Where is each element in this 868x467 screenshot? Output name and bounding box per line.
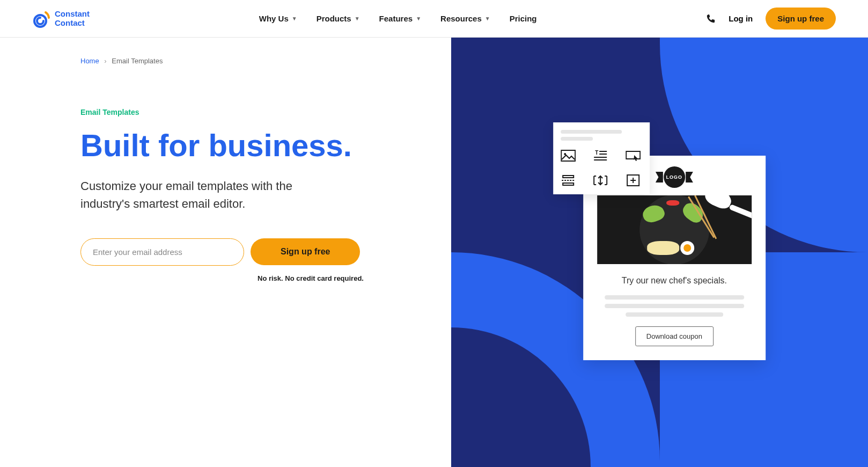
chevron-down-icon: ▼ <box>416 16 421 21</box>
hero-section: Home › Email Templates Email Templates B… <box>0 38 451 467</box>
nav-features[interactable]: Features▼ <box>379 14 421 23</box>
hero-graphic: LOGO Try our new chef's sp <box>451 38 868 467</box>
primary-nav: Why Us▼ Products▼ Features▼ Resources▼ P… <box>259 14 537 23</box>
chevron-down-icon: ▼ <box>355 16 360 21</box>
nav-products[interactable]: Products▼ <box>317 14 360 23</box>
hero-eyebrow: Email Templates <box>80 108 408 116</box>
signup-disclaimer: No risk. No credit card required. <box>258 274 408 282</box>
preview-hero-image <box>597 195 752 264</box>
nav-whyus[interactable]: Why Us▼ <box>259 14 297 23</box>
preview-caption: Try our new chef's specials. <box>583 276 766 286</box>
header-actions: Log in Sign up free <box>706 8 836 30</box>
spacer-block-icon <box>593 174 608 187</box>
image-block-icon <box>561 149 576 162</box>
hero-title: Built for business. <box>80 129 408 162</box>
preview-logo-badge: LOGO <box>658 166 691 188</box>
button-block-icon <box>626 149 641 162</box>
chevron-down-icon: ▼ <box>292 16 297 21</box>
nav-pricing[interactable]: Pricing <box>510 14 537 23</box>
breadcrumb: Home › Email Templates <box>80 57 408 65</box>
text-block-icon: T <box>593 149 608 162</box>
site-header: Constant Contact Why Us▼ Products▼ Featu… <box>0 0 868 38</box>
brand-name: Constant Contact <box>55 10 90 27</box>
preview-placeholder-text <box>583 295 766 317</box>
breadcrumb-current: Email Templates <box>112 57 163 65</box>
nav-resources[interactable]: Resources▼ <box>440 14 490 23</box>
main-content: Home › Email Templates Email Templates B… <box>0 38 868 467</box>
email-preview-wrapper: LOGO Try our new chef's sp <box>583 156 766 360</box>
brand-logo[interactable]: Constant Contact <box>32 10 90 27</box>
svg-rect-8 <box>626 151 640 159</box>
email-input[interactable] <box>80 238 244 266</box>
svg-rect-9 <box>563 176 573 178</box>
logo-icon <box>32 10 49 27</box>
signup-form: Sign up free <box>80 238 408 266</box>
editor-toolbar: T <box>553 122 650 194</box>
form-signup-button[interactable]: Sign up free <box>251 238 360 265</box>
breadcrumb-separator: › <box>104 57 106 65</box>
hero-subtitle: Customize your email templates with the … <box>80 177 322 213</box>
phone-icon[interactable] <box>706 14 716 24</box>
svg-rect-11 <box>563 183 573 185</box>
chevron-down-icon: ▼ <box>485 16 490 21</box>
divider-block-icon <box>561 174 576 187</box>
add-block-icon <box>626 174 641 187</box>
login-link[interactable]: Log in <box>729 14 753 23</box>
preview-download-button: Download coupon <box>635 326 713 346</box>
breadcrumb-home[interactable]: Home <box>80 57 99 65</box>
svg-rect-1 <box>561 150 575 161</box>
signup-button[interactable]: Sign up free <box>766 8 836 30</box>
svg-text:T: T <box>595 150 599 156</box>
